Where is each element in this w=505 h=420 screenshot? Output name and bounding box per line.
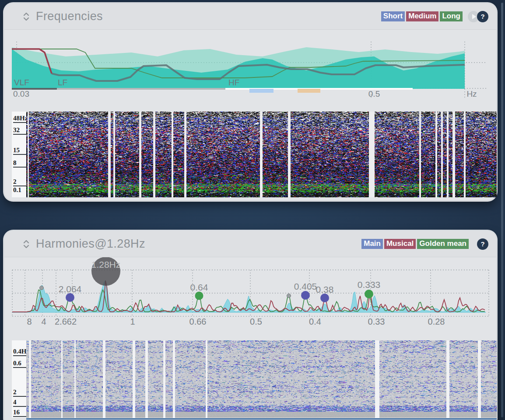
legend-chip-long[interactable]: Long (440, 11, 463, 22)
legend-chip-medium[interactable]: Medium (406, 11, 438, 22)
harmonies-x-tick: 0.5 (250, 317, 262, 326)
scrollbar[interactable] (501, 3, 503, 417)
frequencies-panel: Frequencies Short Medium Long ? VLF LF H… (4, 4, 496, 200)
legend-chip-golden-mean[interactable]: Golden mean (417, 239, 469, 249)
harmonies-x-tick: 0.66 (189, 317, 207, 326)
frequencies-band-strips (12, 88, 413, 93)
spec-y-tick: 15 (13, 147, 28, 155)
spec-y-tick: 0.4Hz (13, 348, 28, 356)
harmonies-x-tick: 8 (27, 317, 32, 326)
harmonies-x-tick: 0.33 (368, 317, 385, 326)
frequencies-spectrogram (26, 112, 497, 197)
harmonies-x-tick: 1 (130, 317, 135, 326)
harmonies-title: Harmonies@1.28Hz (36, 237, 145, 251)
spec-y-tick: 32 (13, 126, 28, 135)
harmonic-peak-label: 0.405 (294, 281, 317, 291)
harmonic-peak-label: 0.64 (190, 282, 208, 292)
harmonic-marker[interactable] (301, 291, 310, 300)
play-icon (472, 14, 476, 19)
harmonies-x-tick: 0.28 (428, 317, 445, 326)
spec-y-tick: 4 (13, 399, 28, 407)
harmonic-marker[interactable] (365, 290, 373, 298)
harmonies-legend: Main Musical Golden mean ? (361, 238, 488, 250)
x-tick-003: 0.03 (13, 89, 29, 98)
harmonic-peak-label: 0.38 (316, 284, 334, 294)
frequencies-header: Frequencies Short Medium Long ? (4, 4, 496, 30)
spec-y-tick: 2 (13, 388, 28, 397)
up-down-chevrons-icon (23, 11, 30, 22)
legend-chip-short[interactable]: Short (381, 11, 405, 22)
x-tick-05: 0.5 (368, 89, 380, 98)
harmonies-peak-markers: 2.0641.28Hz0.640.4050.380.333 (40, 257, 381, 302)
harmonies-x-ticks: 842.66210.660.50.40.330.28 (27, 317, 445, 326)
spec-y-tick: 0.1 (13, 186, 28, 194)
harmonic-marker[interactable] (195, 292, 203, 300)
spectrogram-bottom-line (26, 418, 497, 420)
frequencies-title: Frequencies (36, 10, 103, 23)
legend-chip-main[interactable]: Main (361, 239, 383, 249)
band-label-vlf: VLF (14, 78, 29, 87)
up-down-chevrons-icon (23, 239, 30, 249)
harmonies-header: Harmonies@1.28Hz Main Musical Golden mea… (4, 231, 496, 257)
harmonies-series (12, 280, 486, 312)
spec-y-tick: 0.6 (13, 360, 28, 368)
spec-y-tick: 8 (13, 159, 28, 168)
harmonic-marker[interactable] (66, 293, 74, 302)
x-axis-unit: Hz (466, 89, 477, 98)
legend-chip-musical[interactable]: Musical (384, 239, 416, 249)
harmonies-spectrogram (26, 340, 497, 418)
spec-y-tick: 2 (13, 178, 28, 186)
harmonic-peak-label: 0.333 (358, 280, 381, 290)
app-screen: Frequencies Short Medium Long ? VLF LF H… (0, 0, 505, 420)
collapse-harmonies-button[interactable] (23, 239, 30, 249)
help-button-frequencies[interactable]: ? (477, 11, 488, 22)
frequencies-legend: Short Medium Long ? (381, 11, 488, 22)
spec-y-tick: 48Hz (13, 115, 28, 123)
harmonic-marker[interactable] (320, 294, 329, 302)
harmonic-peak-label: 1.28Hz (91, 259, 121, 270)
band-label-lf: LF (58, 78, 67, 87)
harmonies-x-tick: 4 (41, 317, 46, 326)
spec-y-tick: 16 (13, 409, 28, 417)
collapse-frequencies-button[interactable] (23, 11, 30, 22)
help-button-harmonies[interactable]: ? (477, 238, 488, 250)
harmonies-panel: Harmonies@1.28Hz Main Musical Golden mea… (4, 231, 496, 420)
band-label-hf: HF (228, 78, 239, 87)
harmonic-peak-label: 2.064 (59, 284, 82, 294)
harmonies-x-tick: 2.662 (55, 317, 77, 326)
harmonies-x-tick: 0.4 (309, 317, 321, 326)
